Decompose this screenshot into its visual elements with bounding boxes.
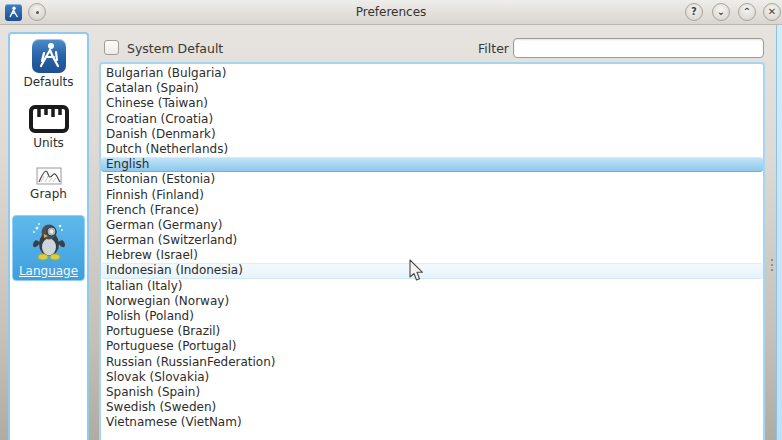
sidebar-item-language[interactable]: Language: [12, 215, 85, 281]
penguin-icon: [27, 220, 71, 262]
sidebar-item-label: Graph: [12, 187, 85, 201]
list-item[interactable]: German (Germany): [101, 218, 763, 233]
sidebar-item-label: Units: [12, 136, 85, 150]
list-item[interactable]: Danish (Denmark): [101, 127, 763, 142]
list-item[interactable]: Chinese (Taiwan): [101, 96, 763, 111]
sidebar-item-graph[interactable]: Graph: [12, 167, 85, 201]
list-item[interactable]: Russian (RussianFederation): [101, 355, 763, 370]
list-item[interactable]: Estonian (Estonia): [101, 172, 763, 187]
language-list[interactable]: Bulgarian (Bulgaria)Catalan (Spain)Chine…: [99, 62, 765, 440]
list-item[interactable]: Croatian (Croatia): [101, 112, 763, 127]
sidebar: Defaults Units Graph: [8, 32, 89, 440]
keep-above-button[interactable]: ⌃: [738, 3, 756, 21]
list-item[interactable]: Norwegian (Norway): [101, 294, 763, 309]
list-item[interactable]: Slovak (Slovakia): [101, 370, 763, 385]
list-item[interactable]: Vietnamese (VietNam): [101, 415, 763, 430]
sidebar-item-defaults[interactable]: Defaults: [12, 39, 85, 89]
right-edge-strip: [776, 25, 782, 440]
titlebar[interactable]: Preferences ? ⌄ ⌃ ✕: [0, 0, 782, 25]
list-item[interactable]: Finnish (Finland): [101, 188, 763, 203]
list-item[interactable]: French (France): [101, 203, 763, 218]
list-item[interactable]: Swedish (Sweden): [101, 400, 763, 415]
list-item[interactable]: English: [101, 157, 763, 172]
list-item[interactable]: German (Switzerland): [101, 233, 763, 248]
shade-button[interactable]: ⌄: [712, 3, 730, 21]
list-item[interactable]: Bulgarian (Bulgaria): [101, 66, 763, 81]
preferences-window: Preferences ? ⌄ ⌃ ✕ Defaults Units: [0, 0, 782, 440]
mouse-cursor: [409, 259, 424, 286]
filter-label: Filter: [478, 41, 509, 56]
list-item[interactable]: Indonesian (Indonesia): [101, 263, 763, 278]
filter-input[interactable]: [513, 38, 764, 58]
sidebar-item-label: Language: [13, 264, 84, 278]
graph-icon: [36, 167, 62, 185]
sidebar-item-label: Defaults: [12, 75, 85, 89]
list-item[interactable]: Dutch (Netherlands): [101, 142, 763, 157]
list-item[interactable]: Portuguese (Brazil): [101, 324, 763, 339]
ruler-icon: [29, 104, 69, 134]
list-item[interactable]: Hebrew (Israel): [101, 248, 763, 263]
list-item[interactable]: Polish (Poland): [101, 309, 763, 324]
hiker-icon: [32, 39, 66, 73]
close-button[interactable]: ✕: [763, 3, 781, 21]
system-default-label: System Default: [127, 41, 223, 56]
help-button[interactable]: ?: [685, 3, 703, 21]
sidebar-item-units[interactable]: Units: [12, 104, 85, 150]
list-item[interactable]: Italian (Italy): [101, 279, 763, 294]
window-title: Preferences: [0, 5, 782, 19]
list-item[interactable]: Catalan (Spain): [101, 81, 763, 96]
list-item[interactable]: Spanish (Spain): [101, 385, 763, 400]
list-item[interactable]: Portuguese (Portugal): [101, 339, 763, 354]
system-default-checkbox[interactable]: [104, 40, 119, 55]
scroll-grip-dots[interactable]: [771, 259, 774, 274]
